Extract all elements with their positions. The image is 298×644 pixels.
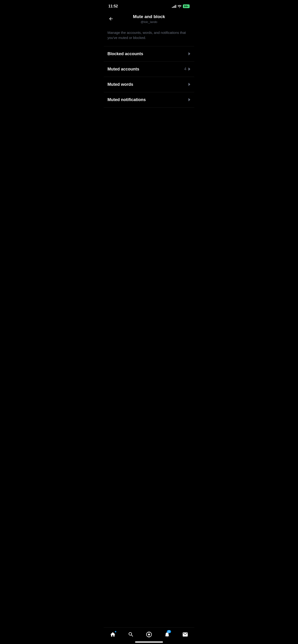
menu-section: Blocked accounts Muted accounts 4 Muted … [104, 46, 194, 108]
muted-words-item[interactable]: Muted words [104, 77, 194, 92]
menu-item-left: Muted accounts [107, 67, 139, 72]
muted-notifications-label: Muted notifications [107, 97, 146, 102]
page-description: Manage the accounts, words, and notifica… [104, 26, 194, 46]
chevron-right-icon [188, 52, 191, 56]
menu-item-left: Muted notifications [107, 97, 146, 102]
muted-words-label: Muted words [107, 82, 133, 87]
page-title: Mute and block [133, 14, 165, 20]
blocked-accounts-label: Blocked accounts [107, 52, 143, 56]
muted-accounts-badge: 4 [184, 67, 186, 72]
status-bar: 11:52 84+ [104, 0, 194, 11]
header-username: @loic_lando [133, 20, 165, 24]
wifi-icon [178, 5, 181, 8]
battery-icon: 84+ [183, 4, 190, 8]
menu-item-left: Muted words [107, 82, 133, 87]
chevron-right-icon [188, 98, 191, 102]
menu-item-left: Blocked accounts [107, 52, 143, 56]
page-header: Mute and block @loic_lando [104, 11, 194, 26]
menu-item-right: 4 [184, 67, 191, 72]
chevron-right-icon [188, 67, 191, 71]
muted-accounts-label: Muted accounts [107, 67, 139, 72]
blocked-accounts-item[interactable]: Blocked accounts [104, 46, 194, 62]
menu-item-right [188, 98, 191, 102]
muted-notifications-item[interactable]: Muted notifications [104, 92, 194, 108]
back-button[interactable] [107, 15, 114, 22]
menu-item-right [188, 82, 191, 86]
signal-icon [172, 5, 176, 8]
status-time: 11:52 [108, 4, 118, 8]
header-text: Mute and block @loic_lando [133, 14, 165, 24]
status-icons: 84+ [172, 4, 190, 8]
chevron-right-icon [188, 82, 191, 86]
menu-item-right [188, 52, 191, 56]
muted-accounts-item[interactable]: Muted accounts 4 [104, 62, 194, 77]
